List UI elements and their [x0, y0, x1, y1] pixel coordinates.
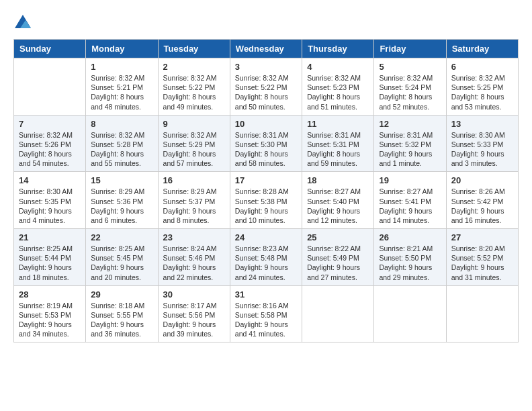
- calendar-cell: 22Sunrise: 8:25 AMSunset: 5:45 PMDayligh…: [86, 229, 158, 286]
- day-info: Sunrise: 8:32 AMSunset: 5:25 PMDaylight:…: [451, 73, 513, 111]
- day-number: 10: [235, 119, 297, 129]
- day-info: Sunrise: 8:31 AMSunset: 5:30 PMDaylight:…: [235, 130, 297, 169]
- day-number: 30: [163, 289, 225, 300]
- weekday-header: Saturday: [446, 40, 518, 58]
- calendar-cell: 3Sunrise: 8:32 AMSunset: 5:22 PMDaylight…: [230, 58, 302, 116]
- day-number: 17: [235, 175, 297, 185]
- day-number: 2: [163, 62, 225, 72]
- day-number: 3: [235, 62, 297, 72]
- calendar-cell: 31Sunrise: 8:16 AMSunset: 5:58 PMDayligh…: [230, 285, 302, 342]
- calendar-week-row: 21Sunrise: 8:25 AMSunset: 5:44 PMDayligh…: [14, 229, 519, 286]
- calendar-cell: 11Sunrise: 8:31 AMSunset: 5:31 PMDayligh…: [302, 115, 374, 172]
- day-info: Sunrise: 8:32 AMSunset: 5:22 PMDaylight:…: [163, 73, 225, 111]
- page-header: [13, 13, 519, 32]
- day-number: 11: [307, 119, 369, 129]
- calendar-cell: 12Sunrise: 8:31 AMSunset: 5:32 PMDayligh…: [374, 115, 446, 172]
- calendar-week-row: 14Sunrise: 8:30 AMSunset: 5:35 PMDayligh…: [14, 172, 519, 229]
- day-info: Sunrise: 8:18 AMSunset: 5:55 PMDaylight:…: [91, 301, 152, 339]
- day-info: Sunrise: 8:31 AMSunset: 5:32 PMDaylight:…: [379, 130, 441, 169]
- day-info: Sunrise: 8:28 AMSunset: 5:38 PMDaylight:…: [235, 187, 297, 225]
- day-number: 15: [91, 175, 152, 185]
- calendar-week-row: 1Sunrise: 8:32 AMSunset: 5:21 PMDaylight…: [14, 58, 519, 116]
- day-number: 12: [379, 119, 441, 129]
- day-number: 18: [307, 175, 369, 185]
- calendar-cell: 4Sunrise: 8:32 AMSunset: 5:23 PMDaylight…: [302, 58, 374, 116]
- day-info: Sunrise: 8:19 AMSunset: 5:53 PMDaylight:…: [19, 301, 81, 339]
- day-info: Sunrise: 8:21 AMSunset: 5:50 PMDaylight:…: [379, 244, 441, 282]
- day-number: 26: [379, 232, 441, 242]
- day-number: 7: [19, 119, 81, 129]
- calendar-cell: 17Sunrise: 8:28 AMSunset: 5:38 PMDayligh…: [230, 172, 302, 229]
- day-number: 28: [19, 289, 81, 300]
- day-info: Sunrise: 8:17 AMSunset: 5:56 PMDaylight:…: [163, 301, 225, 339]
- day-number: 27: [451, 232, 513, 242]
- calendar-cell: 10Sunrise: 8:31 AMSunset: 5:30 PMDayligh…: [230, 115, 302, 172]
- weekday-header: Sunday: [14, 40, 86, 58]
- calendar-cell: 24Sunrise: 8:23 AMSunset: 5:48 PMDayligh…: [230, 229, 302, 286]
- day-number: 13: [451, 119, 513, 129]
- calendar-cell: 20Sunrise: 8:26 AMSunset: 5:42 PMDayligh…: [446, 172, 518, 229]
- calendar-cell: 30Sunrise: 8:17 AMSunset: 5:56 PMDayligh…: [158, 285, 230, 342]
- calendar-cell: 16Sunrise: 8:29 AMSunset: 5:37 PMDayligh…: [158, 172, 230, 229]
- day-info: Sunrise: 8:25 AMSunset: 5:44 PMDaylight:…: [19, 244, 81, 282]
- day-info: Sunrise: 8:32 AMSunset: 5:24 PMDaylight:…: [379, 73, 441, 111]
- day-number: 20: [451, 175, 513, 185]
- day-info: Sunrise: 8:27 AMSunset: 5:40 PMDaylight:…: [307, 187, 369, 225]
- weekday-header: Tuesday: [158, 40, 230, 58]
- calendar-cell: 25Sunrise: 8:22 AMSunset: 5:49 PMDayligh…: [302, 229, 374, 286]
- day-info: Sunrise: 8:23 AMSunset: 5:48 PMDaylight:…: [235, 244, 297, 282]
- day-number: 9: [163, 119, 225, 129]
- weekday-header: Friday: [374, 40, 446, 58]
- day-info: Sunrise: 8:29 AMSunset: 5:36 PMDaylight:…: [91, 187, 152, 225]
- calendar-cell: 5Sunrise: 8:32 AMSunset: 5:24 PMDaylight…: [374, 58, 446, 116]
- day-number: 5: [379, 62, 441, 72]
- weekday-header: Thursday: [302, 40, 374, 58]
- day-number: 16: [163, 175, 225, 185]
- calendar-cell: 27Sunrise: 8:20 AMSunset: 5:52 PMDayligh…: [446, 229, 518, 286]
- calendar-cell: 15Sunrise: 8:29 AMSunset: 5:36 PMDayligh…: [86, 172, 158, 229]
- day-info: Sunrise: 8:30 AMSunset: 5:33 PMDaylight:…: [451, 130, 513, 169]
- day-info: Sunrise: 8:22 AMSunset: 5:49 PMDaylight:…: [307, 244, 369, 282]
- day-info: Sunrise: 8:32 AMSunset: 5:28 PMDaylight:…: [91, 130, 152, 169]
- day-info: Sunrise: 8:31 AMSunset: 5:31 PMDaylight:…: [307, 130, 369, 169]
- calendar-table: SundayMondayTuesdayWednesdayThursdayFrid…: [13, 39, 519, 342]
- day-number: 25: [307, 232, 369, 242]
- calendar-cell: [374, 285, 446, 342]
- weekday-header: Monday: [86, 40, 158, 58]
- day-number: 14: [19, 175, 81, 185]
- calendar-cell: 23Sunrise: 8:24 AMSunset: 5:46 PMDayligh…: [158, 229, 230, 286]
- calendar-cell: [302, 285, 374, 342]
- day-info: Sunrise: 8:16 AMSunset: 5:58 PMDaylight:…: [235, 301, 297, 339]
- calendar-cell: 19Sunrise: 8:27 AMSunset: 5:41 PMDayligh…: [374, 172, 446, 229]
- day-number: 8: [91, 119, 152, 129]
- day-number: 21: [19, 232, 81, 242]
- calendar-cell: 6Sunrise: 8:32 AMSunset: 5:25 PMDaylight…: [446, 58, 518, 116]
- day-info: Sunrise: 8:29 AMSunset: 5:37 PMDaylight:…: [163, 187, 225, 225]
- day-info: Sunrise: 8:32 AMSunset: 5:23 PMDaylight:…: [307, 73, 369, 111]
- day-number: 4: [307, 62, 369, 72]
- day-info: Sunrise: 8:32 AMSunset: 5:29 PMDaylight:…: [163, 130, 225, 169]
- logo: [13, 13, 35, 32]
- day-number: 24: [235, 232, 297, 242]
- calendar-cell: 29Sunrise: 8:18 AMSunset: 5:55 PMDayligh…: [86, 285, 158, 342]
- day-info: Sunrise: 8:32 AMSunset: 5:22 PMDaylight:…: [235, 73, 297, 111]
- day-number: 6: [451, 62, 513, 72]
- calendar-cell: 1Sunrise: 8:32 AMSunset: 5:21 PMDaylight…: [86, 58, 158, 116]
- day-number: 23: [163, 232, 225, 242]
- day-info: Sunrise: 8:27 AMSunset: 5:41 PMDaylight:…: [379, 187, 441, 225]
- calendar-cell: 8Sunrise: 8:32 AMSunset: 5:28 PMDaylight…: [86, 115, 158, 172]
- calendar-cell: 7Sunrise: 8:32 AMSunset: 5:26 PMDaylight…: [14, 115, 86, 172]
- day-info: Sunrise: 8:30 AMSunset: 5:35 PMDaylight:…: [19, 187, 81, 225]
- calendar-header-row: SundayMondayTuesdayWednesdayThursdayFrid…: [14, 40, 519, 58]
- day-number: 31: [235, 289, 297, 300]
- calendar-cell: 13Sunrise: 8:30 AMSunset: 5:33 PMDayligh…: [446, 115, 518, 172]
- calendar-week-row: 28Sunrise: 8:19 AMSunset: 5:53 PMDayligh…: [14, 285, 519, 342]
- day-info: Sunrise: 8:25 AMSunset: 5:45 PMDaylight:…: [91, 244, 152, 282]
- day-number: 22: [91, 232, 152, 242]
- day-info: Sunrise: 8:24 AMSunset: 5:46 PMDaylight:…: [163, 244, 225, 282]
- calendar-cell: 2Sunrise: 8:32 AMSunset: 5:22 PMDaylight…: [158, 58, 230, 116]
- day-info: Sunrise: 8:26 AMSunset: 5:42 PMDaylight:…: [451, 187, 513, 225]
- day-number: 29: [91, 289, 152, 300]
- calendar-cell: 28Sunrise: 8:19 AMSunset: 5:53 PMDayligh…: [14, 285, 86, 342]
- calendar-cell: [446, 285, 518, 342]
